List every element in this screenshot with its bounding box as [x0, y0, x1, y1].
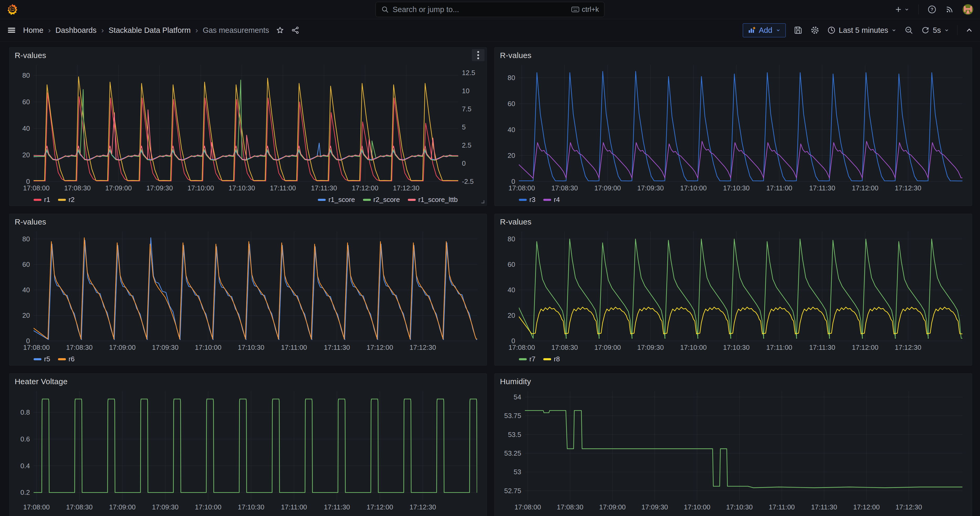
breadcrumb-home[interactable]: Home	[23, 26, 43, 35]
legend-item-humidity[interactable]: humidity	[519, 515, 555, 516]
legend-item-r6[interactable]: r6	[58, 355, 75, 363]
svg-text:17:11:00: 17:11:00	[769, 503, 795, 511]
svg-text:0.4: 0.4	[21, 462, 30, 470]
svg-text:0.8: 0.8	[21, 408, 30, 416]
divider	[957, 25, 958, 35]
save-dashboard-button[interactable]	[794, 26, 803, 35]
panel-title[interactable]: Humidity	[500, 377, 531, 386]
panel-title[interactable]: R-values	[15, 217, 46, 226]
chevron-up-icon	[965, 26, 973, 34]
add-panel-icon	[748, 26, 756, 34]
svg-text:17:09:30: 17:09:30	[152, 344, 178, 351]
search-placeholder: Search or jump to...	[393, 5, 571, 14]
legend-item-r1[interactable]: r1	[33, 196, 50, 204]
legend-item-heatervoltage[interactable]: heatervoltage	[33, 515, 86, 516]
new-menu-button[interactable]	[894, 5, 909, 14]
svg-text:17:10:00: 17:10:00	[680, 184, 706, 192]
svg-text:20: 20	[22, 151, 30, 159]
keyboard-icon	[571, 6, 579, 13]
legend-item-r7[interactable]: r7	[519, 355, 535, 363]
svg-text:17:12:00: 17:12:00	[853, 503, 880, 511]
x-axis-labels: 17:08:0017:08:3017:09:0017:09:3017:10:00…	[23, 344, 436, 351]
search-input[interactable]: Search or jump to... ctrl+k	[375, 2, 605, 17]
user-avatar[interactable]	[963, 4, 973, 15]
dashboard-settings-button[interactable]	[810, 26, 819, 35]
panel-title[interactable]: R-values	[15, 51, 46, 60]
chart-legend: r5r6	[15, 353, 481, 363]
legend-item-r1_score_lttb[interactable]: r1_score_lttb	[408, 196, 458, 204]
svg-text:17:11:30: 17:11:30	[809, 184, 835, 192]
time-series-chart[interactable]: 02040608017:08:0017:08:3017:09:0017:09:3…	[500, 228, 967, 352]
chart-legend: humidity	[500, 513, 967, 516]
collapse-toolbar-button[interactable]	[965, 26, 973, 34]
breadcrumb-separator: ›	[101, 26, 105, 35]
svg-text:17:09:30: 17:09:30	[146, 184, 173, 192]
favorite-button[interactable]	[276, 26, 284, 34]
svg-text:17:10:30: 17:10:30	[238, 503, 264, 511]
svg-text:17:12:30: 17:12:30	[895, 184, 921, 192]
menu-toggle-button[interactable]	[7, 25, 16, 35]
panel-title[interactable]: R-values	[500, 51, 531, 60]
grafana-logo[interactable]	[7, 3, 18, 16]
legend-label: r2	[68, 196, 75, 204]
legend-item-r8[interactable]: r8	[543, 355, 560, 363]
y-axis-labels-left: 52.755353.2553.553.7554	[504, 393, 521, 495]
svg-text:17:12:00: 17:12:00	[352, 184, 378, 192]
svg-text:17:11:30: 17:11:30	[324, 344, 350, 351]
panel-resize-handle[interactable]	[480, 199, 485, 204]
legend-label: r1	[44, 196, 50, 204]
time-series-chart[interactable]: 02040608017:08:0017:08:3017:09:0017:09:3…	[15, 228, 482, 352]
panel-title[interactable]: Heater Voltage	[15, 377, 67, 386]
legend-item-r3[interactable]: r3	[519, 196, 535, 204]
breadcrumb-dashboards[interactable]: Dashboards	[56, 26, 96, 35]
chart-series	[33, 77, 458, 181]
legend-color-chip	[543, 199, 551, 201]
svg-text:17:08:30: 17:08:30	[64, 184, 91, 192]
time-series-chart[interactable]: 020406080-2.502.557.51012.517:08:0017:08…	[15, 61, 482, 193]
hamburger-icon	[7, 25, 16, 35]
svg-text:80: 80	[22, 72, 30, 79]
legend-item-r5[interactable]: r5	[33, 355, 50, 363]
legend-item-r1_score[interactable]: r1_score	[318, 196, 355, 204]
svg-text:17:10:00: 17:10:00	[195, 503, 221, 511]
rss-icon	[945, 5, 954, 14]
breadcrumb: Home › Dashboards › Stackable Data Platf…	[23, 26, 269, 35]
refresh-interval-label: 5s	[933, 26, 941, 35]
series-line-r7	[519, 239, 963, 338]
legend-color-chip	[408, 199, 416, 201]
share-button[interactable]	[291, 26, 299, 34]
legend-color-chip	[58, 199, 66, 201]
svg-text:17:10:30: 17:10:30	[726, 503, 753, 511]
breadcrumb-folder[interactable]: Stackable Data Platform	[109, 26, 191, 35]
svg-text:-2.5: -2.5	[462, 177, 474, 185]
legend-group-left: heatervoltage	[33, 515, 86, 516]
svg-text:80: 80	[508, 74, 515, 82]
legend-item-r2_score[interactable]: r2_score	[363, 196, 400, 204]
panel-menu-button[interactable]	[472, 49, 485, 61]
svg-text:53.25: 53.25	[504, 449, 521, 457]
divider	[918, 5, 919, 14]
panel-r-values-4: R-values 02040608017:08:0017:08:3017:09:…	[495, 214, 972, 366]
zoom-out-button[interactable]	[904, 26, 913, 35]
refresh-button[interactable]: 5s	[921, 26, 949, 35]
panel-title[interactable]: R-values	[500, 217, 531, 226]
time-series-chart[interactable]: 52.755353.2553.553.755417:08:0017:08:301…	[500, 387, 967, 511]
add-panel-button[interactable]: Add	[743, 23, 786, 37]
time-series-chart[interactable]: 02040608017:08:0017:08:3017:09:0017:09:3…	[500, 61, 967, 193]
help-button[interactable]: ?	[928, 5, 936, 14]
time-series-chart[interactable]: 0.20.40.60.817:08:0017:08:3017:09:0017:0…	[15, 387, 482, 511]
svg-text:0.6: 0.6	[21, 435, 30, 443]
news-button[interactable]	[945, 5, 954, 14]
legend-item-r2[interactable]: r2	[58, 196, 75, 204]
top-navigation-bar: Search or jump to... ctrl+k	[0, 0, 980, 19]
svg-text:17:08:00: 17:08:00	[23, 184, 49, 192]
svg-text:17:10:30: 17:10:30	[229, 184, 255, 192]
legend-label: r2_score	[374, 196, 400, 204]
svg-text:17:09:00: 17:09:00	[105, 184, 132, 192]
legend-item-r4[interactable]: r4	[543, 196, 560, 204]
svg-text:20: 20	[22, 311, 30, 319]
svg-text:60: 60	[508, 261, 515, 268]
legend-label: r5	[44, 355, 50, 363]
legend-color-chip	[543, 358, 551, 360]
time-range-picker[interactable]: Last 5 minutes	[827, 26, 897, 35]
